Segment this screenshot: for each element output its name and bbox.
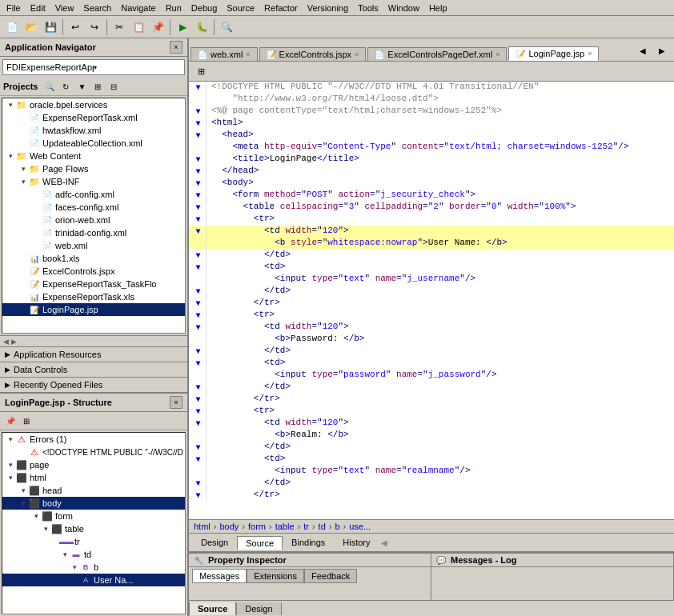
breadcrumb-use[interactable]: use... [349,522,371,531]
tree-item-webcontent[interactable]: ▾ 📁 Web Content [2,150,185,162]
struct-username[interactable]: A User Na... [2,574,185,586]
menu-search[interactable]: Search [78,2,116,14]
gutter-icon[interactable]: ▼ [191,310,207,322]
struct-doctype-error[interactable]: ⚠ <!DOCTYPE HTML PUBLIC "-//W3C//D [2,446,185,458]
menu-edit[interactable]: Edit [26,2,50,14]
breadcrumb-body[interactable]: body [219,522,239,531]
tree-refresh-btn[interactable]: ↻ [58,79,73,94]
tree-item-expensereporttask[interactable]: 📝 ExpenseReportTask_TaskFlo [2,278,185,290]
tab-close-icon[interactable]: × [246,50,250,58]
run-btn[interactable]: ▶ [174,18,191,36]
tree-filter-btn[interactable]: ▼ [74,79,89,94]
gutter-icon[interactable]: ▼ [191,346,207,358]
struct-body[interactable]: ▾ ⬛ body [2,497,185,510]
very-bottom-source[interactable]: Source [189,602,236,615]
copy-btn[interactable]: 📋 [130,18,147,36]
tree-item-expensereportxls[interactable]: 📊 ExpenseReportTask.xls [2,290,185,303]
struct-table[interactable]: ▾ ⬛ table [2,522,185,535]
gutter-icon[interactable]: ▼ [191,190,207,202]
gutter-icon[interactable]: ▼ [191,418,207,430]
redo-btn[interactable]: ↪ [86,18,103,36]
app-resources-section[interactable]: ▶ Application Resources [0,346,187,362]
gutter-icon[interactable] [191,466,207,478]
save-btn[interactable]: 💾 [42,18,59,36]
tab-excelcontrols[interactable]: 📝 ExcelControls.jspx × [259,47,367,61]
breadcrumb-b[interactable]: b [335,522,339,531]
cut-btn[interactable]: ✂ [110,18,128,36]
gutter-icon[interactable] [191,238,207,250]
tree-item-hwtaskflow[interactable]: 📄 hwtaskflow.xml [2,124,185,137]
tree-item-webxml[interactable]: 📄 web.xml [2,239,185,252]
gutter-icon[interactable]: ▼ [191,358,207,370]
new-btn[interactable]: 📄 [3,18,21,36]
menu-window[interactable]: Window [383,2,424,14]
gutter-icon[interactable]: ▼ [191,178,207,190]
tree-item-loginpage[interactable]: 📝 LoginPage.jsp [2,303,185,316]
menu-run[interactable]: Run [161,2,187,14]
tree-item-updateable[interactable]: 📄 UpdateableCollection.xml [2,137,185,150]
project-tree[interactable]: ▾ 📁 oracle.bpel.services 📄 ExpenseReport… [2,98,186,334]
gutter-icon[interactable]: ▼ [191,382,207,394]
gutter-icon[interactable]: ▼ [191,106,207,118]
tree-item-excelcontrols[interactable]: 📝 ExcelControls.jspx [2,265,185,278]
undo-btn[interactable]: ↩ [66,18,84,36]
gutter-icon[interactable] [191,274,207,286]
breadcrumb-html[interactable]: html [194,522,211,531]
tree-item-webinf[interactable]: ▾ 📁 WEB-INF [2,175,185,188]
tree-expand-btn[interactable]: ⊞ [90,79,105,94]
struct-tr[interactable]: ▬▬ tr [2,535,185,548]
tree-item-trinidad[interactable]: 📄 trinidad-config.xml [2,226,185,239]
gutter-icon[interactable] [191,430,207,442]
struct-errors[interactable]: ▾ ⚠ Errors (1) [2,433,185,446]
tab-source[interactable]: Source [237,536,283,550]
gutter-icon[interactable]: ▼ [191,394,207,406]
tree-item-orion[interactable]: 📄 orion-web.xml [2,214,185,226]
open-btn[interactable]: 📂 [22,18,40,36]
gutter-icon[interactable]: ▼ [191,214,207,226]
search-toolbar-btn[interactable]: 🔍 [218,18,235,36]
tab-close-icon[interactable]: × [588,50,592,58]
tab-bindings[interactable]: Bindings [283,535,334,550]
gutter-icon[interactable]: ▼ [191,118,207,130]
debug-btn[interactable]: 🐛 [193,18,211,36]
structure-tree[interactable]: ▾ ⚠ Errors (1) ⚠ <!DOCTYPE HTML PUBLIC "… [2,432,186,614]
gutter-icon[interactable]: ▼ [191,454,207,466]
gutter-icon[interactable]: ▼ [191,298,207,310]
tree-item-faces[interactable]: 📄 faces-config.xml [2,201,185,214]
app-navigator-close[interactable]: × [170,41,183,54]
tab-feedback[interactable]: Feedback [304,569,357,583]
tree-item-pageflows[interactable]: ▾ 📁 Page Flows [2,162,185,175]
gutter-icon[interactable]: ▼ [191,226,207,238]
gutter-icon[interactable]: ▼ [191,322,207,334]
gutter-icon[interactable]: ▼ [191,250,207,262]
menu-versioning[interactable]: Versioning [303,2,353,14]
gutter-icon[interactable]: ▼ [191,406,207,418]
tab-excelcontrolspagedef[interactable]: 📄 ExcelControlsPageDef.xml × [367,47,507,61]
tab-loginpage[interactable]: 📝 LoginPage.jsp × [508,46,599,61]
tab-history[interactable]: History [334,535,379,550]
tab-close-icon[interactable]: × [355,50,359,58]
tree-search-btn[interactable]: 🔍 [42,79,57,94]
breadcrumb-tr[interactable]: tr [303,522,309,531]
gutter-icon[interactable] [191,370,207,382]
gutter-icon[interactable]: ▼ [191,202,207,214]
very-bottom-design[interactable]: Design [236,602,281,615]
tab-scroll-left[interactable]: ◀ [634,42,652,59]
gutter-icon[interactable]: ▼ [191,154,207,166]
menu-debug[interactable]: Debug [187,2,222,14]
recently-opened-section[interactable]: ▶ Recently Opened Files [0,377,187,392]
tree-collapse-btn[interactable]: ⊟ [106,79,121,94]
menu-source[interactable]: Source [222,2,259,14]
tab-scroll-right[interactable]: ▶ [653,42,671,59]
struct-page[interactable]: ▾ ⬛ page [2,458,185,471]
gutter-icon[interactable] [191,142,207,154]
gutter-icon[interactable]: ▼ [191,262,207,274]
struct-b[interactable]: ▾ B b [2,561,185,574]
tab-extensions[interactable]: Extensions [247,569,304,583]
code-editor[interactable]: ▼ <!DOCTYPE HTML PUBLIC "-//W3C//DTD HTM… [189,82,674,519]
gutter-icon[interactable]: ▼ [191,478,207,490]
project-dropdown[interactable]: FDIExpenseReportApp ▾ [2,59,185,75]
gutter-icon[interactable] [191,334,207,346]
tab-close-icon[interactable]: × [495,50,499,58]
gutter-icon[interactable]: ▼ [191,166,207,178]
